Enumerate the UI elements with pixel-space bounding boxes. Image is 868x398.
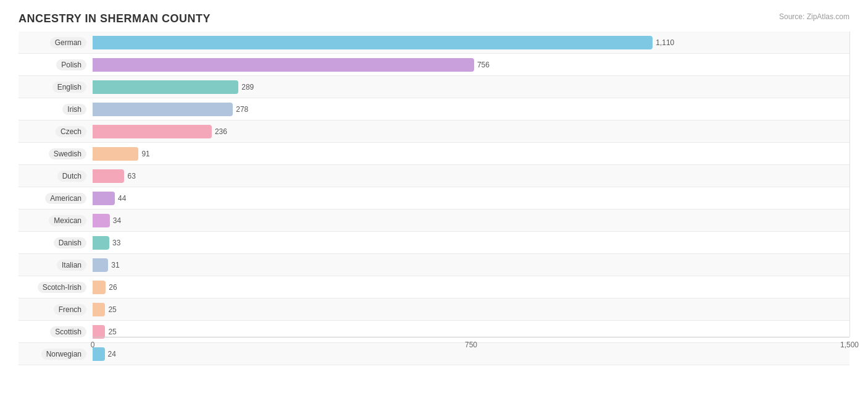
bar-label-area: Polish bbox=[19, 59, 93, 70]
chart-container: ANCESTRY IN SHERMAN COUNTY Source: ZipAt… bbox=[0, 0, 868, 398]
bar-label: Danish bbox=[54, 237, 86, 248]
bar-value-label: 25 bbox=[108, 305, 116, 314]
bar-label: German bbox=[50, 37, 86, 48]
bar-track: 44 bbox=[93, 187, 849, 209]
bar-value-label: 34 bbox=[113, 216, 121, 225]
bar-fill: 236 bbox=[93, 125, 212, 138]
bar-label-area: Swedish bbox=[19, 148, 93, 159]
bar-value-label: 26 bbox=[109, 283, 117, 292]
bar-value-label: 91 bbox=[141, 150, 149, 158]
bar-fill: 34 bbox=[93, 214, 110, 227]
bar-row: German1,110 bbox=[19, 32, 849, 54]
bar-row: Scotch-Irish26 bbox=[19, 276, 849, 298]
bar-value-label: 63 bbox=[127, 172, 135, 180]
bar-track: 34 bbox=[93, 210, 849, 231]
bar-label-area: Irish bbox=[19, 104, 93, 115]
bar-label-area: Danish bbox=[19, 237, 93, 248]
bar-track: 756 bbox=[93, 54, 849, 75]
chart-area: German1,110Polish756English289Irish278Cz… bbox=[19, 32, 849, 355]
bar-row: Dutch63 bbox=[19, 165, 849, 187]
bar-label-area: Italian bbox=[19, 260, 93, 271]
bar-label: Dutch bbox=[57, 171, 86, 182]
bar-track: 63 bbox=[93, 165, 849, 187]
bar-label: Norwegian bbox=[41, 349, 86, 360]
bar-track: 278 bbox=[93, 98, 849, 120]
bar-fill: 25 bbox=[93, 303, 105, 316]
bar-value-label: 756 bbox=[477, 61, 490, 69]
bar-value-label: 25 bbox=[108, 328, 116, 336]
bar-value-label: 289 bbox=[241, 83, 254, 91]
bar-track: 33 bbox=[93, 232, 849, 253]
bar-row: French25 bbox=[19, 298, 849, 321]
axis-tick: 0 bbox=[91, 341, 95, 349]
bar-label-area: American bbox=[19, 193, 93, 204]
bar-fill: 91 bbox=[93, 147, 138, 161]
bar-row: Swedish91 bbox=[19, 143, 849, 165]
bar-value-label: 1,110 bbox=[656, 38, 674, 47]
bar-label: Czech bbox=[56, 126, 86, 137]
bar-fill: 1,110 bbox=[93, 36, 653, 49]
bar-label: Irish bbox=[62, 104, 86, 115]
bar-track: 289 bbox=[93, 76, 849, 98]
bar-fill: 278 bbox=[93, 103, 233, 116]
bar-label: Scottish bbox=[50, 326, 86, 337]
bar-track: 26 bbox=[93, 276, 849, 298]
axis-tick: 750 bbox=[465, 341, 477, 349]
bar-label: American bbox=[45, 193, 86, 204]
bar-track: 1,110 bbox=[93, 32, 849, 53]
bar-row: Danish33 bbox=[19, 232, 849, 254]
bar-label-area: Dutch bbox=[19, 171, 93, 182]
bar-track: 31 bbox=[93, 254, 849, 276]
bar-track: 25 bbox=[93, 298, 849, 320]
bar-fill: 63 bbox=[93, 169, 124, 183]
bar-value-label: 278 bbox=[236, 105, 248, 114]
bar-track: 91 bbox=[93, 143, 849, 164]
bar-label-area: Czech bbox=[19, 126, 93, 137]
bar-value-label: 236 bbox=[215, 127, 227, 136]
bar-fill: 289 bbox=[93, 80, 238, 94]
source-label: Source: ZipAtlas.com bbox=[779, 12, 849, 21]
bars-section: German1,110Polish756English289Irish278Cz… bbox=[19, 32, 849, 337]
bar-fill: 756 bbox=[93, 58, 474, 72]
bar-label-area: French bbox=[19, 304, 93, 315]
bar-label: French bbox=[54, 304, 86, 315]
axis-area: 07501,500 bbox=[93, 337, 849, 355]
bar-row: Polish756 bbox=[19, 54, 849, 76]
bar-label: English bbox=[52, 82, 86, 93]
bar-label-area: Norwegian bbox=[19, 349, 93, 360]
bar-label-area: Mexican bbox=[19, 215, 93, 226]
bar-label-area: English bbox=[19, 82, 93, 93]
bar-label: Mexican bbox=[49, 215, 86, 226]
bar-fill: 44 bbox=[93, 192, 115, 205]
bar-label-area: German bbox=[19, 37, 93, 48]
chart-title: ANCESTRY IN SHERMAN COUNTY bbox=[19, 12, 849, 25]
bar-fill: 26 bbox=[93, 281, 106, 294]
bar-row: Irish278 bbox=[19, 98, 849, 121]
bar-label: Scotch-Irish bbox=[38, 282, 86, 293]
bar-label: Polish bbox=[56, 59, 86, 70]
bar-value-label: 33 bbox=[112, 239, 120, 247]
bar-value-label: 44 bbox=[118, 194, 126, 203]
bar-label: Italian bbox=[57, 260, 86, 271]
bar-fill: 33 bbox=[93, 236, 109, 250]
bar-label-area: Scottish bbox=[19, 326, 93, 337]
bar-value-label: 31 bbox=[111, 261, 119, 269]
bar-fill: 31 bbox=[93, 258, 108, 272]
bar-track: 236 bbox=[93, 121, 849, 142]
axis-tick: 1,500 bbox=[840, 341, 859, 349]
bar-row: American44 bbox=[19, 187, 849, 210]
bar-label: Swedish bbox=[49, 148, 86, 159]
bar-row: Czech236 bbox=[19, 121, 849, 143]
bar-row: Mexican34 bbox=[19, 210, 849, 232]
grid-line bbox=[849, 32, 850, 337]
bar-row: Italian31 bbox=[19, 254, 849, 276]
bar-label-area: Scotch-Irish bbox=[19, 282, 93, 293]
bar-row: English289 bbox=[19, 76, 849, 98]
